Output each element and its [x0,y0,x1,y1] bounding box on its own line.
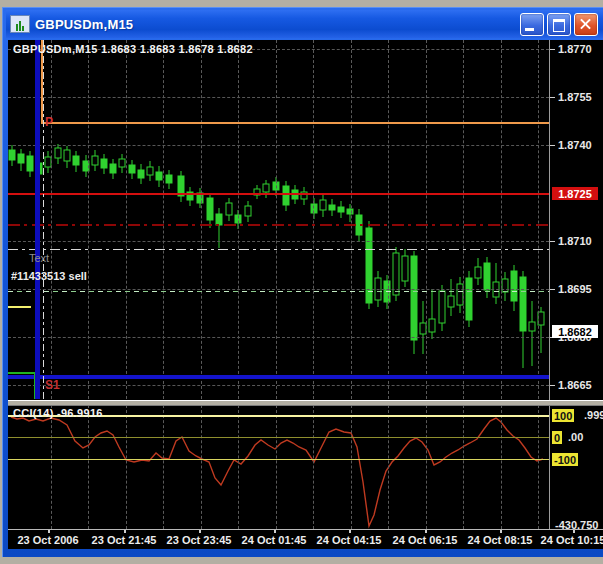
price-tick-label: 1.8740 [558,139,592,151]
v-gridline-indicator [313,405,314,529]
green-corner-horizontal [8,372,34,374]
time-axis-label: 23 Oct 23:45 [167,534,232,546]
price-axis-border [549,40,550,529]
maximize-button[interactable] [547,13,571,36]
v-gridline [276,40,277,399]
candle-body [429,319,435,332]
candle-body [448,296,454,307]
v-gridline-indicator [88,405,89,529]
cci-axis-value: .999 [584,409,603,421]
support-line-blue [8,375,549,379]
cci-readout: CCI(14) -96.9916 [13,407,103,419]
candle-body [484,263,490,290]
pivot-label: P [45,115,53,129]
v-gridline [201,40,202,399]
price-tick-label: 1.8770 [558,43,592,55]
candle-body [475,267,481,278]
candle-body [338,207,344,212]
v-gridline-indicator [351,405,352,529]
chart-canvas [8,40,603,549]
candle-body [73,156,79,165]
time-axis-separator [8,529,603,530]
v-gridline [388,40,389,399]
vertical-line-blue [35,40,40,399]
v-gridline-indicator [238,405,239,529]
price-tickmark [550,289,555,290]
resistance-line-red [8,193,549,195]
candle-body [311,204,317,213]
v-gridline-indicator [538,405,539,529]
price-tick-label: 1.8755 [558,91,592,103]
price-tick-label: 1.8710 [558,235,592,247]
h-gridline [8,385,549,386]
price-tick-label: 1.8665 [558,379,592,391]
candle-body [147,167,153,175]
cci-level-badge: -100 [552,453,578,466]
h-gridline [8,289,549,290]
candle-body [55,148,61,158]
candle-body [520,277,526,331]
pivot-line-orange [41,122,549,124]
candle-body [166,175,172,183]
v-gridline [163,40,164,399]
time-axis-label: 24 Oct 04:15 [317,534,382,546]
v-gridline [51,40,52,399]
v-gridline [351,40,352,399]
candle-body [110,164,116,173]
candle-body [320,200,326,210]
candle-body [138,170,144,178]
h-gridline [8,241,549,242]
v-gridline [463,40,464,399]
time-axis-label: 23 Oct 21:45 [92,534,157,546]
close-button[interactable] [574,13,598,36]
vertical-line-white-dash [43,40,44,399]
window-titlebar[interactable]: GBPUSDm,M15 [6,10,603,38]
chart-window: GBPUSDm,M15 GBPUSDm,M15 1.8683 1.8683 1.… [2,7,603,557]
support-label: S1 [45,378,60,392]
dashdot-line-white [8,249,549,250]
candle-body [511,271,517,301]
maximize-icon [553,19,565,32]
sell-order-label[interactable]: #11433513 sell [11,270,87,282]
price-tickmark [550,385,555,386]
v-gridline [426,40,427,399]
time-axis-label: 24 Oct 06:15 [393,534,458,546]
candle-body [329,205,335,210]
candle-body [347,209,353,214]
minimize-icon [525,28,534,31]
candle-body [439,291,445,323]
v-gridline-indicator [426,405,427,529]
candle-body [283,186,289,205]
indicator-pane-separator[interactable] [8,400,603,406]
v-gridline-indicator [163,405,164,529]
price-tickmark [550,49,555,50]
v-gridline-indicator [463,405,464,529]
h-gridline [8,145,549,146]
chart-client-area[interactable]: GBPUSDm,M15 1.8683 1.8683 1.8678 1.8682 … [8,40,603,549]
v-gridline [501,40,502,399]
v-gridline-indicator [51,405,52,529]
candle-body [156,172,162,180]
v-gridline [126,40,127,399]
v-gridline-indicator [201,405,202,529]
cci-level-badge: 100 [552,409,574,422]
yellow-segment [8,306,31,308]
time-axis-label: 23 Oct 2006 [17,534,78,546]
dashdot-line-darkred [8,224,549,226]
candle-body [129,165,135,173]
ohlc-readout: GBPUSDm,M15 1.8683 1.8683 1.8678 1.8682 [13,43,253,55]
desktop-background: GBPUSDm,M15 GBPUSDm,M15 1.8683 1.8683 1.… [0,0,603,564]
price-tickmark [550,241,555,242]
sell-order-line [8,291,549,292]
time-axis-label: 24 Oct 10:15 [541,534,603,546]
minimize-button[interactable] [520,13,544,36]
v-gridline-indicator [388,405,389,529]
candle-body [64,150,70,161]
app-icon [10,15,30,33]
h-gridline [8,337,549,338]
v-gridline [238,40,239,399]
v-gridline [538,40,539,399]
cci-level-badge: 0 [552,431,562,444]
cci-level--100 [8,459,549,460]
text-object-label[interactable]: Text [29,252,49,264]
